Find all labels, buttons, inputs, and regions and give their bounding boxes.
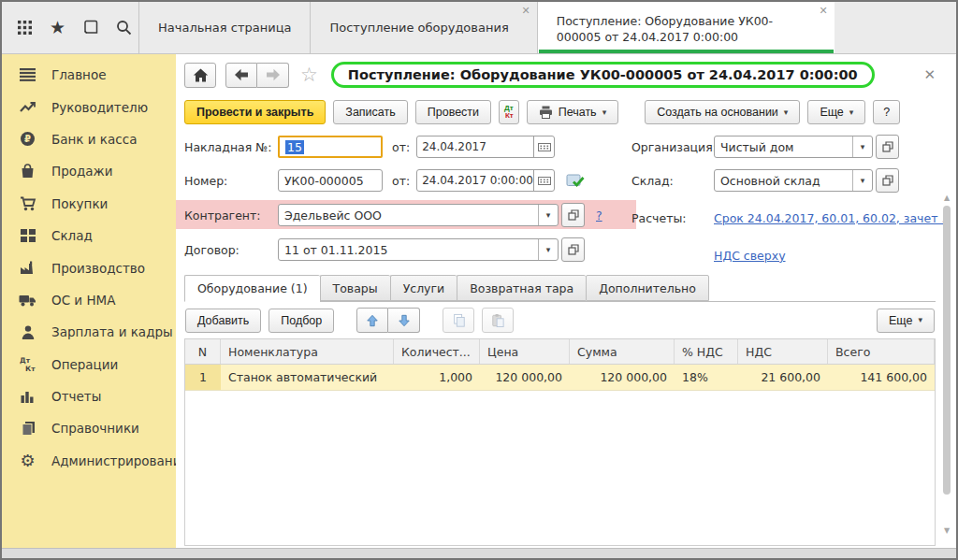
column-header-amount[interactable]: Сумма xyxy=(570,339,675,364)
column-header-n[interactable]: N xyxy=(185,339,221,364)
more-button[interactable]: Еще ▾ xyxy=(807,100,865,124)
sidebar-item-label: Покупки xyxy=(51,196,108,211)
settlements-link[interactable]: Срок 24.04.2017, 60.01, 60.02, зачет ... xyxy=(714,211,943,225)
person-icon xyxy=(18,323,37,341)
sidebar-item-bank[interactable]: ₽ Банк и касса xyxy=(2,123,176,155)
search-icon[interactable] xyxy=(115,19,133,36)
counterparty-open-button[interactable] xyxy=(561,203,585,227)
contract-open-button[interactable] xyxy=(561,237,585,262)
scrollbar-thumb[interactable] xyxy=(943,206,951,495)
column-header-vat-percent[interactable]: % НДС xyxy=(675,339,738,364)
tab-returnable-packaging[interactable]: Возвратная тара xyxy=(457,275,586,301)
sidebar-item-sales[interactable]: Продажи xyxy=(2,155,176,187)
invoice-number-label: Накладная №: xyxy=(184,140,278,154)
arrow-up-icon xyxy=(366,314,379,327)
back-button[interactable] xyxy=(225,63,257,88)
column-header-nomenclature[interactable]: Номенклатура xyxy=(221,339,394,364)
sidebar-item-production[interactable]: Производство xyxy=(2,251,176,283)
dropdown-caret-icon: ▾ xyxy=(861,143,865,151)
open-link-icon xyxy=(568,244,579,255)
column-header-total[interactable]: Всего xyxy=(828,339,935,364)
column-header-price[interactable]: Цена xyxy=(480,339,570,364)
tab-services[interactable]: Услуги xyxy=(390,275,457,301)
document-number-value: УК00-000005 xyxy=(284,174,364,188)
tab-close-icon[interactable]: ✕ xyxy=(522,6,530,16)
sidebar-item-manager[interactable]: Руководителю xyxy=(2,91,176,122)
sidebar-item-references[interactable]: Справочники xyxy=(2,412,176,444)
create-based-on-button[interactable]: Создать на основании ▾ xyxy=(645,100,800,124)
post-and-close-button[interactable]: Провести и закрыть xyxy=(184,100,326,124)
organization-dropdown-button[interactable]: ▾ xyxy=(852,136,872,157)
counterparty-input[interactable]: Эдельвейс ООО ▾ xyxy=(278,204,559,226)
contract-input[interactable]: 11 от 01.11.2015 ▾ xyxy=(278,238,559,261)
sidebar-item-purchases[interactable]: Покупки xyxy=(2,188,176,220)
dtkt-icon: ДтКт xyxy=(18,355,37,374)
document-number-input[interactable]: УК00-000005 xyxy=(278,169,383,192)
help-button[interactable]: ? xyxy=(873,100,900,124)
column-header-quantity[interactable]: Количест... xyxy=(394,339,480,364)
tab-label: Поступление: Оборудование УК00-000005 от… xyxy=(557,14,806,46)
paste-rows-button[interactable] xyxy=(482,308,514,333)
invoice-number-input[interactable]: 15 xyxy=(278,136,383,158)
move-up-button[interactable] xyxy=(356,308,388,333)
invoice-number-row: Накладная №: 15 от: 24.04.2017 xyxy=(184,135,555,159)
tab-receipt-list[interactable]: Поступление оборудования ✕ xyxy=(310,2,536,53)
column-header-vat[interactable]: НДС xyxy=(738,339,828,364)
tab-additional[interactable]: Дополнительно xyxy=(586,275,709,301)
shopping-bag-icon xyxy=(18,162,37,180)
forward-button[interactable] xyxy=(257,63,289,88)
contract-label: Договор: xyxy=(184,243,278,257)
warehouse-input[interactable]: Основной склад ▾ xyxy=(714,169,873,192)
post-button[interactable]: Провести xyxy=(415,100,491,124)
tab-goods[interactable]: Товары xyxy=(320,275,390,301)
add-row-button[interactable]: Добавить xyxy=(185,309,261,333)
vat-link[interactable]: НДС сверху xyxy=(714,249,786,263)
show-postings-button[interactable]: Дт Кт xyxy=(499,100,519,124)
counterparty-dropdown-button[interactable]: ▾ xyxy=(538,205,558,225)
table-more-button[interactable]: Еще ▾ xyxy=(877,309,935,333)
scroll-down-icon[interactable]: ▼ xyxy=(941,527,952,535)
favorite-star-icon[interactable]: ☆ xyxy=(300,65,318,85)
counterparty-help-link[interactable]: ? xyxy=(596,208,602,223)
form-scrollbar[interactable]: ▲ ▼ xyxy=(941,194,952,535)
move-down-button[interactable] xyxy=(388,308,420,333)
calendar-button[interactable] xyxy=(533,136,554,157)
main-menu-icon[interactable] xyxy=(16,19,34,36)
sidebar-item-administration[interactable]: ⚙ Администрирование xyxy=(2,445,176,477)
sidebar-item-fixed-assets[interactable]: ОС и НМА xyxy=(2,284,176,316)
arrow-down-icon xyxy=(398,314,411,327)
contract-dropdown-button[interactable]: ▾ xyxy=(538,239,558,260)
tab-equipment[interactable]: Оборудование (1) xyxy=(184,275,320,302)
favorites-star-icon[interactable]: ★ xyxy=(50,19,65,36)
tab-close-icon[interactable]: ✕ xyxy=(820,6,828,16)
sidebar-item-payroll[interactable]: Зарплата и кадры xyxy=(2,316,176,348)
warehouse-dropdown-button[interactable]: ▾ xyxy=(852,170,872,191)
equipment-tab-panel: Добавить Подбор xyxy=(184,301,936,548)
sidebar-item-warehouse[interactable]: Склад xyxy=(2,220,176,251)
form-close-icon[interactable]: ✕ xyxy=(923,66,936,83)
warehouse-row: Склад: Основной склад ▾ xyxy=(631,168,899,193)
sidebar-item-label: ОС и НМА xyxy=(51,293,115,308)
shopping-cart-icon xyxy=(18,194,37,213)
copy-rows-button[interactable] xyxy=(443,308,474,333)
document-date-input[interactable]: 24.04.2017 0:00:00 xyxy=(416,169,555,192)
save-button[interactable]: Записать xyxy=(333,100,407,124)
history-icon[interactable] xyxy=(81,19,99,36)
tab-receipt-document[interactable]: Поступление: Оборудование УК00-000005 от… xyxy=(537,2,835,53)
sidebar-item-reports[interactable]: Отчеты xyxy=(2,381,176,412)
truck-icon xyxy=(18,291,37,309)
sidebar-item-main[interactable]: Главное xyxy=(2,59,176,91)
warehouse-open-button[interactable] xyxy=(876,168,899,193)
table-row[interactable]: 1 Станок автоматический 1,000 120 000,00… xyxy=(185,365,935,391)
invoice-date-input[interactable]: 24.04.2017 xyxy=(416,136,555,158)
home-button[interactable] xyxy=(184,63,216,88)
calendar-button[interactable] xyxy=(533,170,554,191)
pick-button[interactable]: Подбор xyxy=(269,309,334,333)
sidebar-item-operations[interactable]: ДтКт Операции xyxy=(2,349,176,381)
print-button[interactable]: Печать ▾ xyxy=(527,100,618,124)
dropdown-caret-icon: ▾ xyxy=(861,177,865,185)
scroll-up-icon[interactable]: ▲ xyxy=(941,194,952,202)
organization-open-button[interactable] xyxy=(876,135,899,159)
organization-input[interactable]: Чистый дом ▾ xyxy=(714,136,873,158)
tab-home[interactable]: Начальная страница xyxy=(138,2,310,53)
